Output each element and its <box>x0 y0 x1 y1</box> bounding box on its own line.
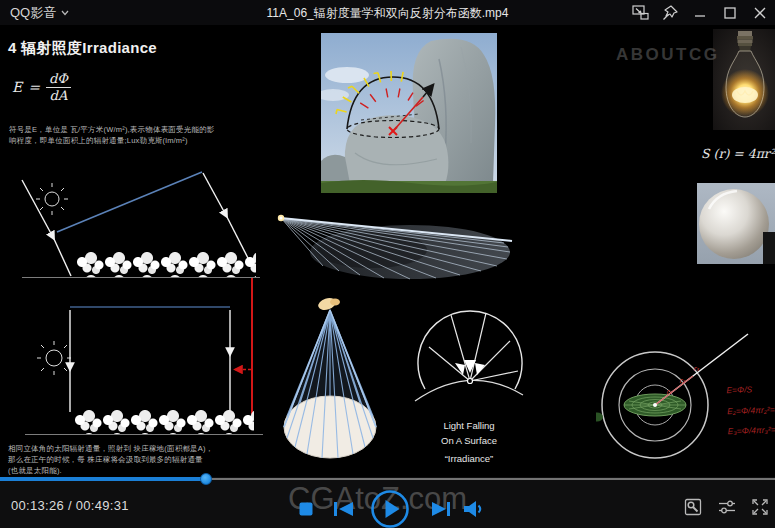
progress-bar[interactable] <box>0 477 775 483</box>
irradiance-definition: 符号是E，单位是 瓦/平方米(W/m²),表示物体表面受光能的影 响程度，即单位… <box>9 124 215 146</box>
stop-button[interactable] <box>299 502 313 516</box>
maximize-button[interactable] <box>715 0 745 25</box>
fullscreen-icon <box>751 498 769 516</box>
minimize-icon <box>694 7 706 19</box>
sun-icon <box>37 341 71 375</box>
radius-label: r₁ <box>666 388 672 396</box>
irradiance-hemisphere-diagram <box>413 303 525 405</box>
maximize-icon <box>724 7 736 19</box>
sun-icon <box>36 183 68 215</box>
mini-player-button[interactable] <box>625 0 655 25</box>
next-button[interactable] <box>431 501 451 517</box>
irradiance-formula: E= dΦdA <box>12 71 71 103</box>
spotlight-cone-diagram <box>283 295 383 467</box>
video-surface[interactable]: 4 辐射照度Irradiance E= dΦdA 符号是E，单位是 瓦/平方米(… <box>0 25 775 477</box>
play-button[interactable] <box>370 489 410 528</box>
light-bulb-image <box>713 29 775 130</box>
mini-player-icon <box>632 5 649 20</box>
stop-icon <box>299 502 313 516</box>
screenshot-tool-button[interactable] <box>684 498 702 516</box>
next-icon <box>431 501 451 517</box>
crops-texture-row <box>74 409 254 435</box>
pin-on-top-button[interactable] <box>655 0 685 25</box>
app-menu-button[interactable]: QQ影音 <box>0 0 79 25</box>
crops-texture-row <box>76 251 256 277</box>
fullscreen-button[interactable] <box>751 498 769 516</box>
aboutcg-watermark: ABOUTCG <box>616 45 719 65</box>
titlebar: QQ影音 11A_06_辐射度量学和双向反射分布函数.mp4 <box>0 0 775 25</box>
progress-fill <box>0 477 206 481</box>
settings-icon <box>718 498 736 516</box>
app-name: QQ影音 <box>10 4 56 22</box>
sphere-area-formula: S (r) = 4πr² <box>701 146 775 161</box>
vertical-sunlight-diagram <box>8 300 260 418</box>
crops-explanation: 相同立体角的太阳辐射通量，照射到 块庄稼地(面积都是A)， 那么在正午的时候，每… <box>8 444 213 476</box>
ground-line <box>25 434 263 435</box>
slide-heading: 4 辐射照度Irradiance <box>8 39 157 58</box>
pin-icon <box>662 5 678 21</box>
minimize-button[interactable] <box>685 0 715 25</box>
sphere-image <box>697 183 775 264</box>
time-display: 00:13:26 / 00:49:31 <box>11 498 129 513</box>
falloff-formulas: E=Φ/S E₂=Φ/4πr₂²=E₁/4 E₃=Φ/4πr₃²=E₁/9 <box>726 378 775 442</box>
previous-button[interactable] <box>334 501 354 517</box>
close-button[interactable] <box>745 0 775 25</box>
window-controls <box>625 0 775 25</box>
player-control-bar: CGAtoZ.com 00:13:26 / 00:49:31 <box>0 477 775 528</box>
ground-line <box>22 277 260 278</box>
stone-hemisphere-photo <box>321 33 497 193</box>
play-icon <box>370 489 410 528</box>
settings-button[interactable] <box>718 498 736 516</box>
progress-handle[interactable] <box>200 473 212 485</box>
radius-label: r₂ <box>679 377 685 385</box>
grazing-light-diagram <box>272 200 520 290</box>
video-title: 11A_06_辐射度量学和双向反射分布函数.mp4 <box>267 5 509 22</box>
irradiance-caption: Light Falling On A Surface “Irradiance” <box>410 418 528 466</box>
volume-button[interactable] <box>464 501 485 517</box>
volume-icon <box>464 501 485 517</box>
close-icon <box>754 7 766 19</box>
chevron-down-icon <box>61 10 69 16</box>
previous-icon <box>334 501 354 517</box>
screenshot-tool-icon <box>684 498 702 516</box>
qq-player-window: QQ影音 11A_06_辐射度量学和双向反射分布函数.mp4 <box>0 0 775 528</box>
